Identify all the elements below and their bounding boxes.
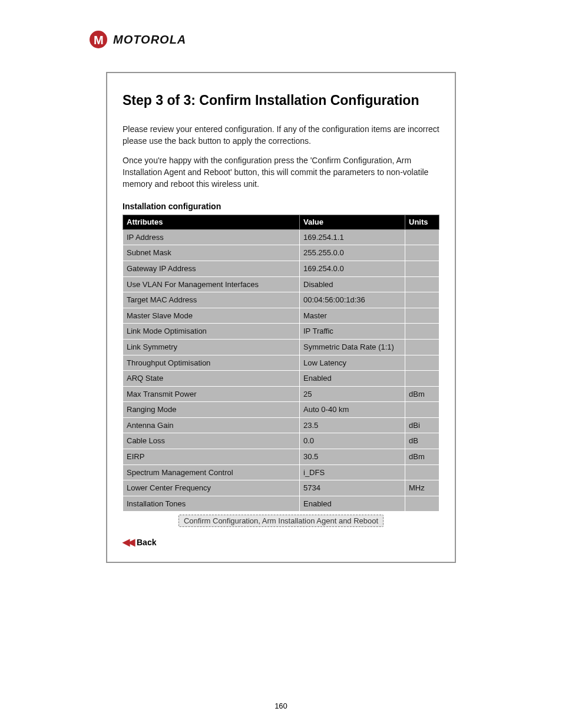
table-row: ARQ StateEnabled <box>123 371 439 387</box>
cell-attribute: Ranging Mode <box>123 402 300 418</box>
section-heading-installation-config: Installation configuration <box>123 202 439 211</box>
cell-attribute: Antenna Gain <box>123 417 300 433</box>
cell-attribute: Cable Loss <box>123 433 300 449</box>
cell-units <box>405 339 439 355</box>
col-header-attributes: Attributes <box>123 215 300 230</box>
cell-value: 25 <box>300 386 405 402</box>
cell-attribute: IP Address <box>123 229 300 245</box>
cell-units <box>405 496 439 512</box>
confirm-configuration-button[interactable]: Confirm Configuration, Arm Installation … <box>178 515 384 527</box>
chevron-left-icon: ◀◀ <box>123 536 133 548</box>
table-row: EIRP30.5dBm <box>123 449 439 465</box>
cell-attribute: Installation Tones <box>123 496 300 512</box>
table-row: Lower Center Frequency5734MHz <box>123 480 439 496</box>
cell-units: dBm <box>405 449 439 465</box>
cell-attribute: Lower Center Frequency <box>123 480 300 496</box>
cell-value: 0.0 <box>300 433 405 449</box>
cell-attribute: Link Symmetry <box>123 339 300 355</box>
cell-value: 5734 <box>300 480 405 496</box>
cell-units <box>405 245 439 261</box>
cell-units <box>405 324 439 340</box>
intro-paragraph-1: Please review your entered configuration… <box>123 124 439 147</box>
cell-value: 169.254.0.0 <box>300 261 405 276</box>
cell-units <box>405 229 439 245</box>
table-row: Cable Loss0.0dB <box>123 433 439 449</box>
cell-value: Auto 0-40 km <box>300 402 405 418</box>
cell-value: Enabled <box>300 371 405 387</box>
cell-units <box>405 465 439 480</box>
cell-attribute: Spectrum Management Control <box>123 465 300 480</box>
cell-value: Low Latency <box>300 355 405 371</box>
table-row: Master Slave ModeMaster <box>123 308 439 324</box>
cell-value: 23.5 <box>300 417 405 433</box>
back-label: Back <box>137 538 156 547</box>
cell-units <box>405 371 439 387</box>
cell-units: dBi <box>405 417 439 433</box>
table-row: Subnet Mask255.255.0.0 <box>123 245 439 261</box>
installation-config-table: Attributes Value Units IP Address169.254… <box>123 215 439 531</box>
cell-value: Master <box>300 308 405 324</box>
cell-attribute: Subnet Mask <box>123 245 300 261</box>
cell-units <box>405 355 439 371</box>
cell-value: 255.255.0.0 <box>300 245 405 261</box>
cell-value: Symmetric Data Rate (1:1) <box>300 339 405 355</box>
cell-attribute: Throughput Optimisation <box>123 355 300 371</box>
table-row: Gateway IP Address169.254.0.0 <box>123 261 439 276</box>
cell-value: IP Traffic <box>300 324 405 340</box>
table-row: Spectrum Management Controli_DFS <box>123 465 439 480</box>
cell-attribute: Gateway IP Address <box>123 261 300 276</box>
table-row: Target MAC Address00:04:56:00:1d:36 <box>123 292 439 308</box>
cell-attribute: Master Slave Mode <box>123 308 300 324</box>
table-row: Antenna Gain23.5dBi <box>123 417 439 433</box>
table-row: Installation TonesEnabled <box>123 496 439 512</box>
page-title: Step 3 of 3: Confirm Installation Config… <box>123 91 439 110</box>
cell-units <box>405 261 439 276</box>
cell-attribute: Link Mode Optimisation <box>123 324 300 340</box>
cell-attribute: ARQ State <box>123 371 300 387</box>
table-row: Max Transmit Power25dBm <box>123 386 439 402</box>
brand-logo: M MOTOROLA <box>90 31 527 48</box>
cell-value: 00:04:56:00:1d:36 <box>300 292 405 308</box>
cell-value: Enabled <box>300 496 405 512</box>
cell-value: 30.5 <box>300 449 405 465</box>
back-button[interactable]: ◀◀ Back <box>123 536 156 548</box>
intro-paragraph-2: Once you're happy with the configuration… <box>123 155 439 190</box>
col-header-value: Value <box>300 215 405 230</box>
table-row: Link Mode OptimisationIP Traffic <box>123 324 439 340</box>
table-row: Ranging ModeAuto 0-40 km <box>123 402 439 418</box>
page-number: 160 <box>0 701 562 710</box>
cell-units <box>405 292 439 308</box>
cell-attribute: EIRP <box>123 449 300 465</box>
cell-units: MHz <box>405 480 439 496</box>
col-header-units: Units <box>405 215 439 230</box>
cell-units <box>405 308 439 324</box>
table-row: Link SymmetrySymmetric Data Rate (1:1) <box>123 339 439 355</box>
cell-value: 169.254.1.1 <box>300 229 405 245</box>
cell-value: Disabled <box>300 276 405 292</box>
cell-attribute: Target MAC Address <box>123 292 300 308</box>
brand-name: MOTOROLA <box>113 34 186 45</box>
cell-units: dB <box>405 433 439 449</box>
cell-units <box>405 402 439 418</box>
cell-units <box>405 276 439 292</box>
confirm-button-row: Confirm Configuration, Arm Installation … <box>123 512 439 531</box>
table-row: IP Address169.254.1.1 <box>123 229 439 245</box>
cell-value: i_DFS <box>300 465 405 480</box>
table-header-row: Attributes Value Units <box>123 215 439 230</box>
cell-attribute: Max Transmit Power <box>123 386 300 402</box>
wizard-step-3-frame: Step 3 of 3: Confirm Installation Config… <box>106 72 456 563</box>
table-row: Throughput OptimisationLow Latency <box>123 355 439 371</box>
motorola-m-icon: M <box>90 31 107 48</box>
cell-units: dBm <box>405 386 439 402</box>
table-row: Use VLAN For Management InterfacesDisabl… <box>123 276 439 292</box>
cell-attribute: Use VLAN For Management Interfaces <box>123 276 300 292</box>
